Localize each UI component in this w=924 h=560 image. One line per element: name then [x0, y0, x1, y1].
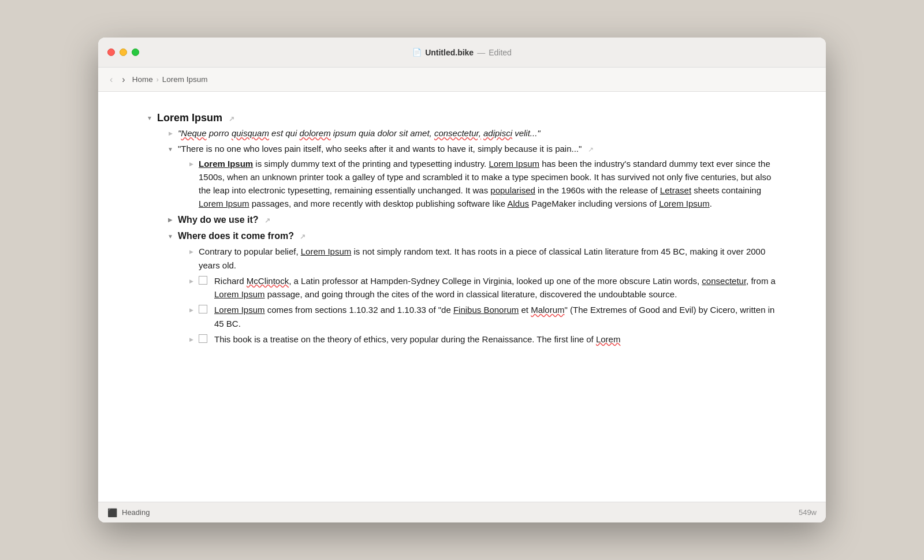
toggle-item5[interactable] [165, 230, 176, 242]
app-window: 📄 Untitled.bike — Edited ‹ › Home › Lore… [98, 38, 826, 522]
breadcrumb: Home › Lorem Ipsum [132, 75, 208, 84]
title-bar: 📄 Untitled.bike — Edited [98, 38, 826, 68]
item2-children: Lorem Ipsum is simply dummy text of the … [165, 156, 780, 211]
item1-row: "Neque porro quisquam est qui dolorem ip… [165, 126, 780, 140]
item2-row: "There is no one who loves pain itself, … [165, 141, 780, 156]
item9-content: This book is a treatise on the theory of… [199, 333, 780, 346]
word-count: 549w [799, 508, 817, 517]
toggle-item4[interactable] [165, 214, 176, 226]
item3-text[interactable]: Lorem Ipsum is simply dummy text of the … [199, 157, 780, 211]
item1-text[interactable]: "Neque porro quisquam est qui dolorem ip… [178, 126, 780, 140]
toggle-item8[interactable] [186, 304, 196, 316]
status-left: ⬛ Heading [107, 508, 150, 517]
item7-content: Richard McClintock, a Latin professor at… [199, 274, 780, 301]
heading-item: Lorem Ipsum ↗ "Neque porro quisquam est … [144, 110, 780, 346]
minimize-button[interactable] [120, 48, 127, 56]
traffic-lights [107, 48, 139, 56]
document-icon: 📄 [412, 48, 422, 57]
item6-row: Contrary to popular belief, Lorem Ipsum … [186, 244, 780, 272]
item2-text[interactable]: "There is no one who loves pain itself, … [178, 142, 780, 155]
title-separator: — [477, 48, 485, 57]
status-bar: ⬛ Heading 549w [98, 502, 826, 522]
toolbar: ‹ › Home › Lorem Ipsum [98, 68, 826, 92]
heading-link-arrow[interactable]: ↗ [229, 115, 234, 123]
breadcrumb-home[interactable]: Home [132, 75, 153, 84]
item4-text[interactable]: Why do we use it? ↗ [178, 213, 780, 227]
toggle-item3[interactable] [186, 158, 196, 170]
list-item: "There is no one who loves pain itself, … [165, 141, 780, 211]
list-item: Lorem Ipsum comes from sections 1.10.32 … [186, 303, 780, 331]
forward-button[interactable]: › [120, 74, 127, 85]
status-type-label: Heading [122, 508, 150, 517]
heading-row: Lorem Ipsum ↗ [144, 110, 780, 126]
document-content[interactable]: Lorem Ipsum ↗ "Neque porro quisquam est … [98, 92, 826, 502]
edited-label: Edited [489, 48, 512, 57]
item4-link-arrow[interactable]: ↗ [264, 216, 270, 225]
back-button[interactable]: ‹ [107, 74, 115, 85]
item9-text[interactable]: This book is a treatise on the theory of… [214, 333, 620, 346]
item9-row: This book is a treatise on the theory of… [186, 332, 780, 346]
close-button[interactable] [107, 48, 115, 56]
item5-children: Contrary to popular belief, Lorem Ipsum … [165, 244, 780, 346]
item4-row: Why do we use it? ↗ [165, 212, 780, 228]
breadcrumb-current[interactable]: Lorem Ipsum [162, 75, 208, 84]
item8-content: Lorem Ipsum comes from sections 1.10.32 … [199, 303, 780, 330]
item5-row: Where does it come from? ↗ [165, 229, 780, 244]
toggle-heading[interactable] [144, 112, 155, 124]
item8-row: Lorem Ipsum comes from sections 1.10.32 … [186, 303, 780, 331]
toggle-item1[interactable] [165, 128, 176, 139]
checkbox-item8[interactable] [199, 305, 207, 313]
item8-text[interactable]: Lorem Ipsum comes from sections 1.10.32 … [214, 303, 780, 330]
list-item: Where does it come from? ↗ Contrary to p… [165, 229, 780, 346]
checkbox-item7[interactable] [199, 276, 207, 285]
window-title: 📄 Untitled.bike — Edited [412, 48, 512, 57]
item5-text[interactable]: Where does it come from? ↗ [178, 229, 780, 244]
toggle-item7[interactable] [186, 275, 196, 287]
item7-row: Richard McClintock, a Latin professor at… [186, 274, 780, 302]
filename-label: Untitled.bike [425, 48, 474, 57]
toggle-item9[interactable] [186, 334, 196, 345]
list-item: Richard McClintock, a Latin professor at… [186, 274, 780, 302]
item2-link-arrow[interactable]: ↗ [588, 145, 594, 154]
toggle-item6[interactable] [186, 246, 196, 257]
item6-text[interactable]: Contrary to popular belief, Lorem Ipsum … [199, 245, 780, 272]
list-item: Lorem Ipsum is simply dummy text of the … [186, 156, 780, 211]
item3-row: Lorem Ipsum is simply dummy text of the … [186, 156, 780, 211]
list-item: Why do we use it? ↗ [165, 212, 780, 228]
status-doc-icon: ⬛ [107, 508, 117, 517]
checkbox-item9[interactable] [199, 334, 207, 343]
heading-text[interactable]: Lorem Ipsum ↗ [157, 111, 780, 125]
list-item: Contrary to popular belief, Lorem Ipsum … [186, 244, 780, 272]
item5-link-arrow[interactable]: ↗ [300, 233, 305, 241]
heading-children: "Neque porro quisquam est qui dolorem ip… [144, 126, 780, 346]
list-item: This book is a treatise on the theory of… [186, 332, 780, 346]
toggle-item2[interactable] [165, 143, 176, 155]
item7-text[interactable]: Richard McClintock, a Latin professor at… [214, 274, 780, 301]
maximize-button[interactable] [132, 48, 139, 56]
list-item: "Neque porro quisquam est qui dolorem ip… [165, 126, 780, 140]
breadcrumb-separator: › [157, 76, 159, 84]
